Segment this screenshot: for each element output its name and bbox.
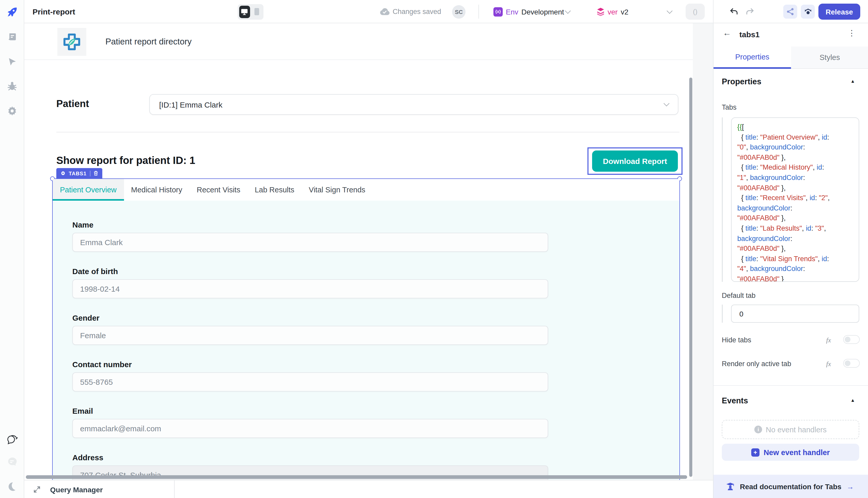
widget-gear-icon[interactable]	[60, 171, 66, 176]
plus-icon: +	[751, 448, 759, 456]
version-label: ver	[608, 8, 618, 16]
tab-patient-overview[interactable]: Patient Overview	[53, 179, 124, 201]
debug-bug-icon[interactable]	[0, 81, 24, 92]
sync-button[interactable]: ()	[686, 0, 705, 23]
user-avatar[interactable]: SC	[452, 0, 465, 23]
field-label-name: Name	[72, 220, 94, 229]
settings-gear-icon[interactable]	[0, 105, 24, 116]
properties-section-title: Properties	[722, 77, 761, 86]
save-status: Changes saved	[380, 0, 441, 23]
name-input[interactable]	[72, 233, 548, 252]
undo-icon[interactable]	[730, 0, 738, 23]
render-only-toggle[interactable]	[843, 359, 860, 368]
app-header-title: Patient report directory	[105, 37, 192, 47]
tabs-code-editor[interactable]: {{[ { title: "Patient Overview", id:"0",…	[731, 117, 859, 282]
email-input[interactable]	[72, 419, 548, 438]
selected-widget-name: tabs1	[740, 30, 759, 39]
app-header-divider	[24, 60, 693, 60]
medical-cross-leaf-icon	[62, 32, 82, 52]
field-label-dob: Date of birth	[72, 267, 118, 276]
tab-styles[interactable]: Styles	[791, 47, 868, 69]
field-label-email: Email	[72, 406, 93, 415]
download-report-button[interactable]: Download Report	[592, 150, 678, 172]
field-label-gender: Gender	[72, 313, 99, 322]
redo-icon[interactable]	[746, 0, 754, 23]
cloud-saved-icon	[380, 8, 390, 15]
hide-tabs-label: Hide tabs	[722, 336, 751, 344]
render-only-label: Render only active tab	[722, 360, 791, 368]
widget-badge-label: TABS1	[69, 170, 86, 176]
widget-name-badge[interactable]: TABS1	[56, 168, 102, 179]
new-event-handler-button[interactable]: + New event handler	[722, 444, 859, 461]
field-label-address: Address	[72, 453, 103, 462]
env-label: Env	[506, 8, 518, 16]
back-arrow-icon[interactable]: ←	[723, 28, 731, 38]
tabs-property-label: Tabs	[722, 103, 736, 111]
share-button[interactable]	[783, 0, 797, 23]
events-section-title: Events	[722, 396, 748, 405]
page-title: Print-report	[32, 0, 75, 23]
theme-moon-icon[interactable]	[0, 481, 24, 492]
sync-icon: ()	[686, 4, 705, 19]
env-chevron-down-icon[interactable]	[566, 0, 570, 23]
patient-label: Patient	[56, 98, 89, 110]
new-handler-label: New event handler	[764, 448, 830, 456]
gender-input[interactable]	[72, 326, 548, 345]
tab-medical-history[interactable]: Medical History	[124, 179, 189, 201]
version-value: v2	[621, 8, 628, 16]
expand-icon[interactable]	[33, 486, 41, 493]
widget-delete-trash-icon[interactable]	[93, 171, 98, 176]
vertical-scrollbar[interactable]	[689, 78, 692, 477]
collapse-events-icon[interactable]: ▲	[851, 398, 855, 403]
horizontal-scrollbar[interactable]	[26, 475, 687, 479]
graduation-cap-icon	[726, 482, 735, 491]
desktop-mode-icon[interactable]	[239, 5, 250, 18]
default-tab-input[interactable]	[731, 305, 859, 323]
left-rail	[0, 0, 24, 498]
tab-properties[interactable]: Properties	[714, 47, 791, 69]
environment-selector[interactable]: {x} Env Development	[493, 0, 564, 23]
pages-icon[interactable]	[0, 32, 24, 42]
tab-lab-results[interactable]: Lab Results	[247, 179, 301, 201]
panel-section-divider	[714, 385, 868, 386]
hide-tabs-fx-icon[interactable]: fx	[826, 336, 831, 344]
tab-recent-visits[interactable]: Recent Visits	[189, 179, 247, 201]
tab-vital-sign-trends[interactable]: Vital Sign Trends	[301, 179, 372, 201]
help-chat-icon[interactable]	[0, 456, 24, 468]
watch-button[interactable]	[801, 0, 815, 23]
contact-input[interactable]	[72, 372, 548, 392]
docs-link-bar[interactable]: Read documentation for Tabs →	[714, 475, 868, 498]
field-label-contact: Contact number	[72, 360, 132, 369]
release-button[interactable]: Release	[818, 4, 860, 19]
eye-icon	[801, 5, 815, 18]
mobile-mode-icon[interactable]	[252, 5, 262, 18]
hide-tabs-toggle[interactable]	[843, 335, 860, 344]
report-heading: Show report for patient ID: 1	[56, 155, 195, 167]
render-only-fx-icon[interactable]: fx	[826, 360, 831, 368]
arrow-right-icon: →	[846, 482, 854, 490]
section-divider	[56, 132, 679, 132]
save-status-label: Changes saved	[393, 8, 441, 15]
no-event-handlers-box: i No event handlers	[722, 420, 859, 439]
topbar-divider	[478, 5, 479, 18]
query-manager-button[interactable]: Query Manager	[50, 481, 103, 498]
share-icon	[783, 5, 797, 18]
cursor-select-icon[interactable]	[0, 56, 24, 67]
canvas-mode-toggle[interactable]	[238, 0, 263, 23]
select-chevron-down-icon	[664, 101, 669, 106]
env-icon: {x}	[493, 7, 503, 16]
kebab-menu-icon[interactable]: ⋮	[848, 28, 856, 38]
widget-tab-bar: Patient Overview Medical History Recent …	[53, 179, 679, 201]
version-layers-icon	[597, 7, 605, 16]
collapse-properties-icon[interactable]: ▲	[851, 79, 855, 84]
intercom-chat-icon[interactable]	[0, 433, 24, 445]
patient-select-value: [ID:1] Emma Clark	[159, 100, 222, 109]
version-selector[interactable]: ver v2	[597, 0, 628, 23]
appsmith-editor: Print-report Changes saved SC {x} Env De…	[0, 0, 868, 498]
version-chevron-down-icon[interactable]	[667, 0, 672, 23]
app-logo-rocket-icon[interactable]	[0, 6, 24, 17]
bottombar-divider	[174, 481, 175, 498]
dob-input[interactable]	[72, 279, 548, 298]
topbar-panel-divider	[713, 0, 714, 23]
patient-select[interactable]: [ID:1] Emma Clark	[149, 94, 678, 115]
